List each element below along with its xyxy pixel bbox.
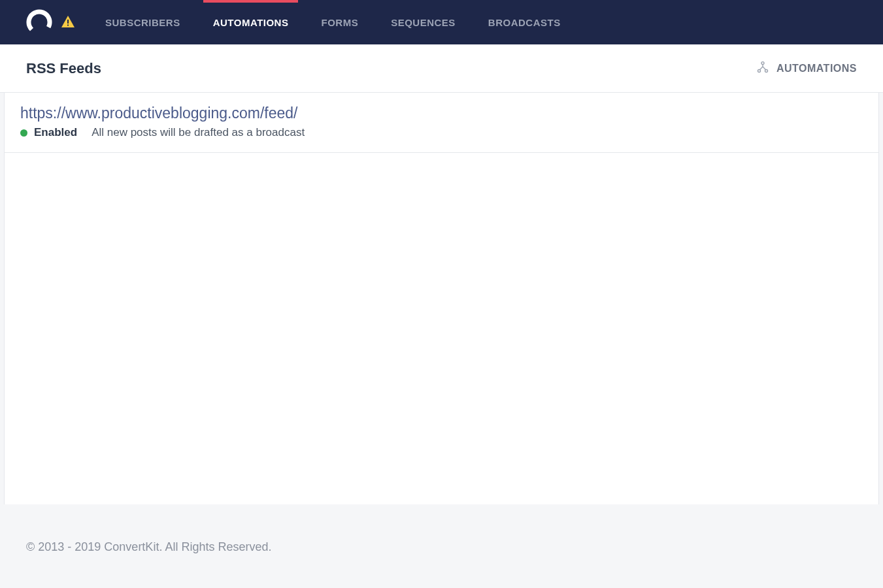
feed-url[interactable]: https://www.productiveblogging.com/feed/	[20, 105, 863, 122]
copyright-text: © 2013 - 2019 ConvertKit. All Rights Res…	[26, 540, 271, 553]
nav-forms[interactable]: FORMS	[321, 0, 358, 44]
page-title: RSS Feeds	[26, 60, 101, 77]
nav-broadcasts[interactable]: BROADCASTS	[488, 0, 561, 44]
automations-link-label: AUTOMATIONS	[776, 63, 857, 74]
content-area: https://www.productiveblogging.com/feed/…	[4, 93, 879, 504]
footer: © 2013 - 2019 ConvertKit. All Rights Res…	[0, 504, 883, 588]
svg-rect-1	[67, 20, 69, 24]
status-indicator-icon	[20, 129, 27, 137]
automations-link[interactable]: AUTOMATIONS	[756, 60, 857, 77]
nav-subscribers[interactable]: SUBSCRIBERS	[105, 0, 180, 44]
nav-links: SUBSCRIBERS AUTOMATIONS FORMS SEQUENCES …	[105, 0, 561, 44]
rss-feed-item[interactable]: https://www.productiveblogging.com/feed/…	[5, 93, 878, 153]
automation-tree-icon	[756, 60, 770, 77]
status-label: Enabled	[34, 126, 77, 139]
nav-automations[interactable]: AUTOMATIONS	[213, 0, 289, 44]
status-description: All new posts will be drafted as a broad…	[92, 126, 305, 139]
svg-point-0	[27, 10, 51, 34]
svg-rect-2	[67, 25, 69, 26]
svg-point-3	[761, 61, 764, 64]
logo-icon	[26, 9, 52, 35]
nav-sequences[interactable]: SEQUENCES	[391, 0, 456, 44]
sub-header: RSS Feeds AUTOMATIONS	[0, 44, 883, 93]
warning-icon[interactable]	[60, 14, 76, 30]
feed-status-row: Enabled All new posts will be drafted as…	[20, 126, 863, 139]
top-nav: SUBSCRIBERS AUTOMATIONS FORMS SEQUENCES …	[0, 0, 883, 44]
